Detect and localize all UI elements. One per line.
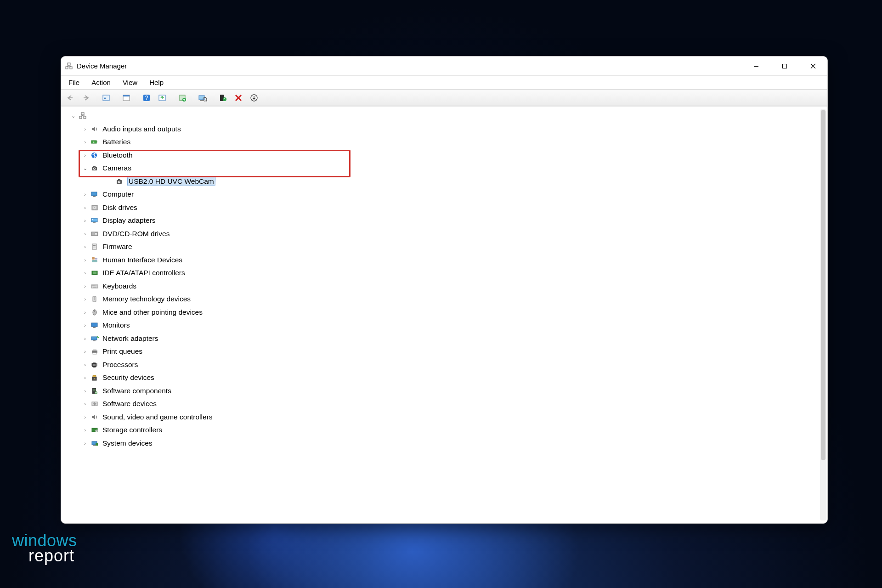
tree-item-cameras[interactable]: ⌄ Cameras xyxy=(61,162,818,175)
device-tree[interactable]: ⌄ › Audio inputs and outputs› Batteries›… xyxy=(61,107,818,523)
tree-item-label: Storage controllers xyxy=(102,426,162,434)
tool-update-driver-icon[interactable] xyxy=(155,91,170,104)
tree-item-monitors[interactable]: › Monitors xyxy=(61,319,818,332)
software-comp-icon xyxy=(90,386,100,396)
tool-disable-icon[interactable] xyxy=(215,91,230,104)
chevron-right-icon[interactable]: › xyxy=(81,283,89,290)
device-tree-container: ⌄ › Audio inputs and outputs› Batteries›… xyxy=(61,106,827,523)
scrollbar-thumb[interactable] xyxy=(821,110,825,460)
tree-item-batteries[interactable]: › Batteries xyxy=(61,136,818,149)
tree-item-display-adapters[interactable]: › Display adapters xyxy=(61,214,818,227)
tree-item-system-devices[interactable]: › System devices xyxy=(61,437,818,450)
chevron-right-icon[interactable]: › xyxy=(81,295,89,303)
svg-point-39 xyxy=(94,207,95,208)
chevron-right-icon[interactable]: › xyxy=(81,413,89,421)
chevron-right-icon[interactable]: › xyxy=(81,152,89,159)
monitor-icon xyxy=(90,321,100,330)
tree-item-label: Keyboards xyxy=(102,282,136,290)
camera-icon xyxy=(90,164,100,173)
tree-item-human-interface-devices[interactable]: › Human Interface Devices xyxy=(61,254,818,267)
chevron-right-icon[interactable]: › xyxy=(81,243,89,250)
chevron-right-icon[interactable]: › xyxy=(81,322,89,329)
chevron-right-icon[interactable]: › xyxy=(81,426,89,434)
tool-scan-icon[interactable] xyxy=(195,91,210,104)
tree-item-dvd-cd-rom-drives[interactable]: › DVD/CD-ROM drives xyxy=(61,227,818,241)
tool-uninstall-icon[interactable] xyxy=(231,91,246,104)
tree-item-label: Memory technology devices xyxy=(102,295,191,303)
tree-root[interactable]: ⌄ xyxy=(61,109,818,123)
tree-item-keyboards[interactable]: › Keyboards xyxy=(61,280,818,293)
tool-add-legacy-icon[interactable] xyxy=(175,91,190,104)
tree-item-storage-controllers[interactable]: › Storage controllers xyxy=(61,424,818,437)
chevron-right-icon[interactable]: › xyxy=(81,191,89,198)
menu-view[interactable]: View xyxy=(120,78,140,87)
tree-item-disk-drives[interactable]: › Disk drives xyxy=(61,201,818,215)
tree-item-label: Processors xyxy=(102,361,138,369)
menu-action[interactable]: Action xyxy=(89,78,113,87)
chevron-right-icon[interactable]: › xyxy=(81,217,89,224)
chevron-down-icon[interactable]: ⌄ xyxy=(81,164,89,172)
svg-rect-41 xyxy=(93,222,96,223)
firmware-icon xyxy=(90,242,100,251)
tree-item-processors[interactable]: › Processors xyxy=(61,358,818,372)
tree-item-software-components[interactable]: › Software components xyxy=(61,384,818,398)
svg-rect-66 xyxy=(93,364,96,366)
chevron-right-icon[interactable]: › xyxy=(81,387,89,395)
minimize-button[interactable] xyxy=(742,57,770,76)
chevron-right-icon[interactable]: › xyxy=(81,400,89,407)
svg-rect-61 xyxy=(93,340,96,341)
tool-help-icon[interactable]: ? xyxy=(139,91,154,104)
chevron-right-icon[interactable]: › xyxy=(81,269,89,277)
printer-icon xyxy=(90,347,100,356)
svg-rect-40 xyxy=(91,218,97,222)
tree-item-print-queues[interactable]: › Print queues xyxy=(61,345,818,358)
tree-item-ide-ata-atapi-controllers[interactable]: › IDE ATA/ATAPI controllers xyxy=(61,266,818,280)
close-button[interactable] xyxy=(799,57,827,76)
tree-child-usb2-0-hd-uvc-webcam[interactable]: USB2.0 HD UVC WebCam xyxy=(61,175,818,188)
tool-back-icon[interactable] xyxy=(63,91,78,104)
chevron-right-icon[interactable]: › xyxy=(81,335,89,342)
svg-rect-5 xyxy=(103,95,109,101)
scrollbar[interactable] xyxy=(820,109,826,520)
chevron-right-icon[interactable]: › xyxy=(81,125,89,133)
chevron-right-icon[interactable]: › xyxy=(81,256,89,264)
chevron-down-icon[interactable]: ⌄ xyxy=(69,112,77,119)
chevron-right-icon[interactable]: › xyxy=(81,374,89,381)
chevron-right-icon[interactable]: › xyxy=(81,348,89,355)
maximize-button[interactable] xyxy=(770,57,799,76)
chevron-right-icon[interactable]: › xyxy=(81,230,89,237)
tree-item-memory-technology-devices[interactable]: › Memory technology devices xyxy=(61,293,818,306)
svg-rect-47 xyxy=(93,245,96,246)
tree-item-firmware[interactable]: › Firmware xyxy=(61,240,818,254)
tree-item-computer[interactable]: › Computer xyxy=(61,188,818,201)
device-manager-window: Device Manager File Action View Help ? xyxy=(61,56,828,524)
camera-icon xyxy=(114,177,124,186)
tool-forward-icon[interactable] xyxy=(79,91,93,104)
chevron-right-icon[interactable]: › xyxy=(81,309,89,316)
tree-item-network-adapters[interactable]: › Network adapters xyxy=(61,332,818,345)
chevron-right-icon[interactable]: › xyxy=(81,440,89,447)
tree-item-sound-video-and-game-controllers[interactable]: › Sound, video and game controllers xyxy=(61,411,818,424)
svg-point-29 xyxy=(94,168,95,169)
keyboard-icon xyxy=(90,282,100,291)
chevron-right-icon[interactable]: › xyxy=(81,138,89,146)
menu-file[interactable]: File xyxy=(66,78,82,87)
tree-item-security-devices[interactable]: › Security devices xyxy=(61,371,818,384)
tool-show-hidden-icon[interactable] xyxy=(99,91,113,104)
svg-rect-16 xyxy=(200,100,203,101)
chevron-right-icon[interactable]: › xyxy=(81,204,89,211)
svg-rect-36 xyxy=(93,196,96,197)
chevron-right-icon[interactable]: › xyxy=(81,361,89,368)
tool-down-arrow-icon[interactable] xyxy=(247,91,261,104)
toolbar: ? xyxy=(61,90,827,106)
tree-item-mice-and-other-pointing-devices[interactable]: › Mice and other pointing devices xyxy=(61,306,818,319)
svg-rect-56 xyxy=(94,297,95,300)
svg-rect-3 xyxy=(754,66,758,67)
tree-item-bluetooth[interactable]: › Bluetooth xyxy=(61,149,818,162)
menu-help[interactable]: Help xyxy=(147,78,166,87)
svg-rect-9 xyxy=(123,95,130,96)
tool-properties-icon[interactable] xyxy=(119,91,134,104)
tree-item-software-devices[interactable]: › Software devices xyxy=(61,397,818,411)
tree-item-audio-inputs-and-outputs[interactable]: › Audio inputs and outputs xyxy=(61,123,818,136)
tree-item-label: Network adapters xyxy=(102,334,158,343)
